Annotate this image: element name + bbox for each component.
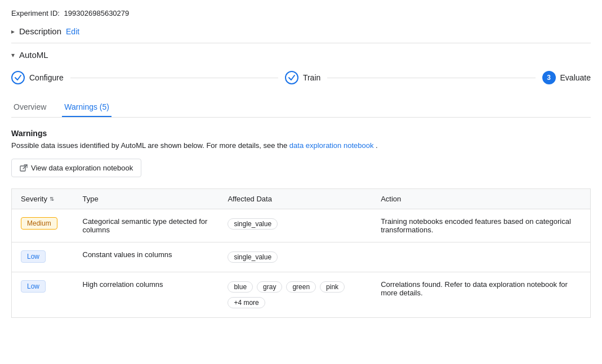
chip-2-1: gray [257, 281, 282, 293]
warnings-desc-prefix: Possible data issues identified by AutoM… [11, 141, 287, 150]
step-line-1 [70, 78, 278, 78]
tab-overview[interactable]: Overview [11, 98, 48, 117]
description-chevron: ▸ [11, 28, 15, 35]
data-exploration-notebook-link[interactable]: data exploration notebook [289, 141, 374, 150]
chip-0-0: single_value [228, 218, 278, 230]
th-affected-data: Affected Data [218, 189, 372, 209]
automl-section-header: ▾ AutoML [11, 50, 591, 60]
cell-type-2: High correlation columns [74, 272, 219, 318]
divider-1 [11, 43, 591, 43]
cell-action-0: Training notebooks encoded features base… [372, 209, 590, 242]
external-link-icon [20, 164, 28, 172]
chip-1-0: single_value [228, 251, 278, 263]
description-title: Description [19, 26, 61, 36]
step-configure-check [11, 71, 25, 84]
table-row: LowHigh correlation columnsbluegraygreen… [12, 272, 591, 318]
description-edit-link[interactable]: Edit [66, 27, 79, 36]
th-affected-data-label: Affected Data [228, 195, 272, 203]
step-train-label: Train [303, 73, 320, 82]
table-row: LowConstant values in columnssingle_valu… [12, 242, 591, 272]
step-line-2 [327, 78, 535, 78]
cell-affected-2: bluegraygreenpink+4 more [218, 272, 372, 318]
chips-container-2: bluegraygreenpink+4 more [228, 280, 363, 309]
chip-2-0: blue [228, 281, 253, 293]
automl-chevron: ▾ [11, 51, 15, 59]
severity-badge-0: Medium [21, 217, 57, 230]
th-action: Action [372, 189, 590, 209]
warnings-section: Warnings Possible data issues identified… [11, 129, 591, 318]
severity-badge-2: Low [21, 280, 46, 293]
view-notebook-button[interactable]: View data exploration notebook [11, 159, 141, 177]
step-evaluate-number: 3 [542, 71, 556, 84]
chips-container-1: single_value [228, 250, 363, 264]
cell-action-2: Correlations found. Refer to data explor… [372, 272, 590, 318]
table-header-row: Severity ⇅ Type Affected Data Action [12, 189, 591, 209]
step-configure: Configure [11, 71, 64, 84]
stepper: Configure Train 3 Evaluate [11, 66, 591, 89]
svg-rect-0 [20, 166, 25, 171]
severity-badge-1: Low [21, 250, 46, 263]
warnings-desc-suffix: . [376, 141, 378, 150]
cell-affected-0: single_value [218, 209, 372, 242]
warnings-table: Severity ⇅ Type Affected Data Action Med… [11, 188, 591, 318]
cell-severity-2: Low [12, 272, 74, 318]
cell-affected-1: single_value [218, 242, 372, 272]
warnings-title: Warnings [11, 129, 591, 138]
th-type: Type [74, 189, 219, 209]
cell-action-1 [372, 242, 590, 272]
automl-title: AutoML [19, 50, 48, 60]
table-row: MediumCategorical semantic type detected… [12, 209, 591, 242]
step-train: Train [285, 71, 320, 84]
experiment-id-label: Experiment ID: [11, 9, 60, 17]
cell-severity-1: Low [12, 242, 74, 272]
description-section-header: ▸ Description Edit [11, 26, 591, 36]
th-action-label: Action [381, 195, 401, 203]
chip-2-4: +4 more [228, 297, 265, 308]
warnings-description: Possible data issues identified by AutoM… [11, 141, 591, 150]
cell-type-0: Categorical semantic type detected for c… [74, 209, 219, 242]
cell-severity-0: Medium [12, 209, 74, 242]
chips-container-0: single_value [228, 217, 363, 231]
experiment-id-value: 1993026985630279 [64, 9, 130, 17]
chip-2-2: green [286, 281, 316, 293]
tab-warnings[interactable]: Warnings (5) [62, 98, 112, 117]
experiment-id-row: Experiment ID: 1993026985630279 [11, 9, 591, 17]
step-configure-label: Configure [29, 73, 64, 82]
step-train-check [285, 71, 298, 84]
th-severity-label: Severity [21, 195, 47, 203]
th-severity[interactable]: Severity ⇅ [12, 189, 74, 209]
severity-sort-icon: ⇅ [50, 196, 54, 202]
step-evaluate: 3 Evaluate [542, 71, 591, 84]
cell-type-1: Constant values in columns [74, 242, 219, 272]
chip-2-3: pink [320, 281, 345, 293]
view-notebook-label: View data exploration notebook [31, 164, 133, 172]
th-type-label: Type [83, 195, 99, 203]
step-evaluate-label: Evaluate [560, 73, 591, 82]
tabs-bar: Overview Warnings (5) [11, 98, 591, 118]
